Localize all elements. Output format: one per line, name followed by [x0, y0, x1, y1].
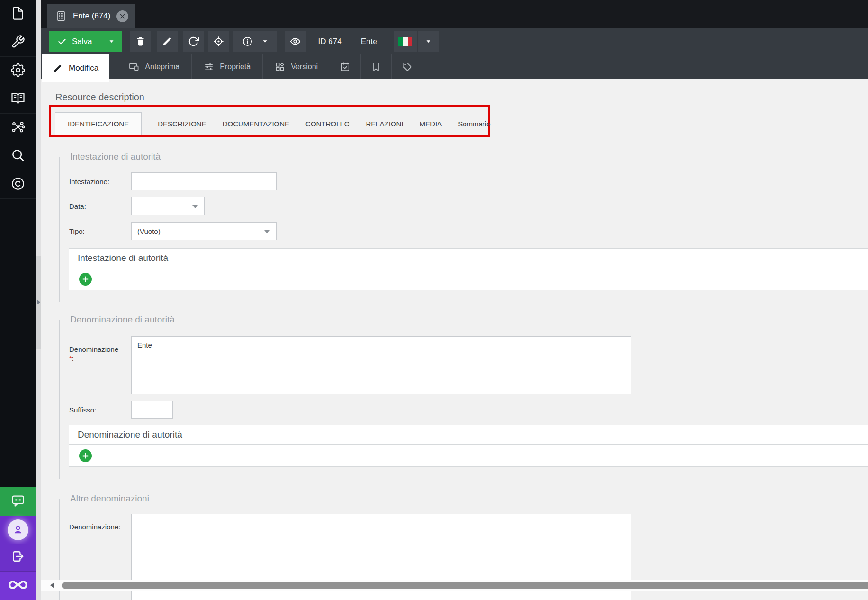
app-logo[interactable]: [0, 571, 36, 600]
caret-down-icon: [264, 230, 270, 233]
repeater-table-title: Denominazione di autorità: [69, 425, 868, 445]
infinity-logo-icon: [8, 575, 28, 597]
chat-icon: [11, 493, 25, 510]
edit-button[interactable]: [157, 31, 178, 52]
italian-flag-icon: [398, 37, 412, 46]
data-select[interactable]: [131, 197, 205, 215]
horizontal-scrollbar[interactable]: [41, 580, 868, 591]
tab-controllo[interactable]: CONTROLLO: [297, 112, 358, 135]
tab-label: Ente (674): [73, 11, 110, 21]
sidebar-item-settings[interactable]: [0, 57, 36, 85]
close-tab-button[interactable]: [116, 10, 128, 22]
sidebar-item-documents[interactable]: [0, 0, 36, 28]
calendar-button[interactable]: [330, 54, 360, 79]
add-row-button[interactable]: [79, 449, 92, 462]
tab-documentazione[interactable]: DOCUMENTAZIONE: [215, 112, 297, 135]
info-split-button[interactable]: [233, 31, 277, 52]
expand-right-icon: [37, 299, 40, 305]
table-row: [69, 268, 868, 290]
target-icon: [213, 36, 224, 47]
save-split-button[interactable]: Salva: [49, 31, 122, 52]
refresh-button[interactable]: [183, 31, 204, 52]
tab-modifica[interactable]: Modifica: [42, 54, 109, 82]
sidebar-item-search[interactable]: [0, 142, 36, 170]
sidebar-resize-handle[interactable]: [36, 0, 41, 600]
table-row: [69, 445, 868, 466]
save-options-button[interactable]: [101, 31, 122, 52]
scrollbar-thumb[interactable]: [62, 582, 868, 589]
document-tabstrip: Ente (674): [41, 0, 868, 28]
close-icon: [119, 13, 125, 19]
tab-proprieta[interactable]: Proprietà: [191, 54, 262, 79]
calendar-check-icon: [340, 62, 350, 72]
fieldset-intestazione-di-autorita: Intestazione di autorità Intestazione: D…: [59, 157, 868, 302]
tab-modifica-label: Modifica: [69, 63, 98, 73]
caret-down-icon: [108, 38, 115, 45]
visibility-button[interactable]: [285, 31, 306, 52]
language-flag-button[interactable]: [394, 31, 417, 52]
tag-button[interactable]: [391, 54, 422, 79]
tab-descrizione[interactable]: DESCRIZIONE: [150, 112, 215, 135]
tipo-select-value: (Vuoto): [137, 227, 161, 235]
pencil-icon: [161, 36, 172, 47]
logout-icon: [11, 549, 25, 565]
scroll-left-icon[interactable]: [50, 582, 54, 588]
caret-down-icon: [425, 38, 431, 45]
sidebar-item-chat[interactable]: [0, 487, 36, 516]
tab-versioni-label: Versioni: [291, 63, 318, 71]
app-window: Ente (674) Salva I: [0, 0, 868, 600]
denominazione-label: Denominazione *:: [69, 336, 131, 394]
main-area: Ente (674) Salva I: [41, 0, 868, 600]
page-title: Resource description: [55, 91, 868, 103]
view-mode-nav: Modifica Anteprima Proprietà Versioni: [41, 54, 868, 79]
sidebar-item-copyright[interactable]: [0, 170, 36, 199]
sidebar-item-tools[interactable]: [0, 28, 36, 57]
fieldset-denominazione-di-autorita: Denominazione di autorità Denominazione …: [59, 320, 868, 479]
devices-icon: [129, 62, 139, 72]
check-icon: [57, 37, 67, 46]
tab-versioni[interactable]: Versioni: [262, 54, 330, 79]
suffisso-input[interactable]: [131, 401, 173, 419]
intestazione-input[interactable]: [131, 172, 277, 190]
plus-icon: [82, 452, 89, 459]
add-cell: [69, 268, 102, 290]
form-row: Denominazione *: Ente: [69, 336, 868, 394]
language-caret-button[interactable]: [418, 31, 439, 52]
fieldset-legend: Denominazione di autorità: [65, 314, 179, 325]
sidebar-item-logout[interactable]: [0, 544, 36, 571]
add-row-button[interactable]: [79, 273, 92, 286]
record-toolbar: Salva ID 674 Ente: [41, 28, 868, 54]
tab-anteprima[interactable]: Anteprima: [117, 54, 191, 79]
section-tabs-highlight: IDENTIFICAZIONE DESCRIZIONE DOCUMENTAZIO…: [49, 105, 490, 137]
tab-identificazione[interactable]: IDENTIFICAZIONE: [55, 112, 142, 135]
tab-relazioni[interactable]: RELAZIONI: [358, 112, 411, 135]
sidebar-item-user[interactable]: [0, 516, 36, 544]
caret-down-icon: [262, 38, 268, 45]
form-row: Suffisso:: [69, 401, 868, 419]
plus-icon: [82, 276, 89, 283]
denominazione-textarea[interactable]: Ente: [131, 336, 631, 394]
denominazione-repeater-table: Denominazione di autorità: [69, 425, 868, 467]
tab-sommario[interactable]: Sommario: [450, 112, 498, 135]
sidebar-item-network[interactable]: [0, 114, 36, 142]
bookmark-button[interactable]: [360, 54, 391, 79]
search-icon: [11, 148, 25, 164]
tab-media[interactable]: MEDIA: [412, 112, 450, 135]
tag-icon: [402, 62, 412, 72]
delete-button[interactable]: [130, 31, 151, 52]
intestazione-repeater-table: Intestazione di autorità: [69, 248, 868, 290]
fieldset-legend: Intestazione di autorità: [65, 152, 165, 162]
panel-collapse-grip[interactable]: [36, 256, 41, 349]
tab-anteprima-label: Anteprima: [145, 63, 179, 71]
record-id: ID 674: [318, 37, 342, 46]
tab-ente-674[interactable]: Ente (674): [47, 4, 135, 28]
fieldset-legend: Altre denominazioni: [65, 493, 154, 504]
form-row: Tipo: (Vuoto): [69, 222, 868, 240]
save-button[interactable]: Salva: [49, 31, 101, 52]
tipo-select[interactable]: (Vuoto): [131, 222, 277, 240]
save-button-label: Salva: [72, 37, 92, 46]
sidebar-item-library[interactable]: [0, 85, 36, 114]
building-icon: [55, 10, 67, 22]
locate-button[interactable]: [208, 31, 229, 52]
info-icon: [242, 36, 253, 47]
